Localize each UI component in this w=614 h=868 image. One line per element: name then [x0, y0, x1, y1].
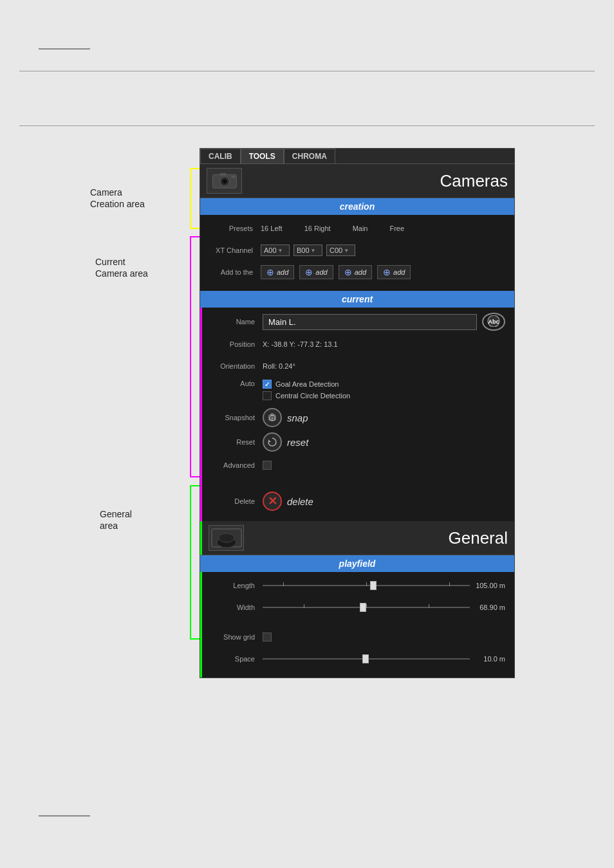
svg-point-3 [223, 180, 226, 183]
current-camera-line2: Camera area [95, 268, 148, 279]
add-button-3[interactable]: ⊕ add [339, 265, 372, 279]
general-thumbnail [209, 525, 244, 551]
tab-tools[interactable]: TOOLS [241, 149, 284, 163]
reset-icon-svg [266, 436, 278, 448]
abc-label: Abc [487, 315, 500, 328]
add-button-4[interactable]: ⊕ add [377, 265, 411, 279]
name-label: Name [211, 318, 263, 326]
svg-point-15 [219, 533, 234, 542]
show-grid-value [263, 633, 505, 642]
dropdown-c00-value: C00 [330, 246, 342, 254]
length-tick-1 [283, 582, 284, 586]
camera-creation-line1: Camera [90, 187, 145, 198]
show-grid-label: Show grid [211, 633, 263, 641]
add-icon-3: ⊕ [344, 268, 352, 277]
add-button-2[interactable]: ⊕ add [299, 265, 333, 279]
dropdown-a00-arrow: ▼ [278, 248, 283, 254]
central-circle-checkbox[interactable] [263, 391, 272, 400]
creation-section-header: creation [200, 198, 514, 215]
length-label: Length [211, 582, 263, 589]
reset-button-container: reset [263, 432, 505, 452]
add-buttons-row: ⊕ add ⊕ add ⊕ add ⊕ add [261, 265, 505, 279]
creation-header-text: creation [340, 201, 375, 212]
auto-label: Auto [211, 380, 263, 387]
length-slider-container [263, 579, 470, 592]
abc-button[interactable]: Abc [482, 313, 505, 331]
xt-channel-label: XT Channel [209, 246, 261, 254]
length-value: 105.00 m [470, 582, 505, 589]
creation-section-content: Presets 16 Left 16 Right Main Free XT Ch… [200, 215, 514, 291]
general-title: General [449, 528, 508, 548]
advanced-row: Advanced [211, 457, 505, 474]
page-container: Camera Creation area Current Camera area… [0, 0, 614, 868]
presets-value: 16 Left 16 Right Main Free [261, 225, 505, 232]
general-annotation: General area [100, 508, 132, 531]
abc-icon: Abc [487, 315, 500, 327]
width-tick-3 [429, 604, 429, 608]
goal-area-checkbox[interactable]: ✓ [263, 380, 272, 389]
current-camera-annotation: Current Camera area [95, 256, 148, 279]
space-label: Space [211, 655, 263, 663]
playfield-section-header: playfield [200, 555, 514, 572]
space-slider-container [263, 652, 470, 665]
width-label: Width [211, 604, 263, 611]
add-button-1[interactable]: ⊕ add [261, 265, 294, 279]
central-circle-label: Central Circle Detection [275, 392, 350, 400]
space-slider-thumb[interactable] [362, 654, 369, 663]
dropdown-b00-arrow: ▼ [311, 248, 316, 254]
tab-chroma[interactable]: CHROMA [284, 149, 335, 163]
xt-channel-dropdowns: A00 ▼ B00 ▼ C00 ▼ [261, 245, 505, 256]
advanced-square[interactable] [263, 461, 272, 470]
playfield-header-text: playfield [339, 559, 376, 569]
snap-button[interactable]: snap [263, 408, 505, 427]
xt-dropdown-a00[interactable]: A00 ▼ [261, 245, 290, 256]
spacer [211, 479, 505, 492]
delete-button-container: ✕ delete [263, 492, 505, 511]
add-buttons-container: ⊕ add ⊕ add ⊕ add ⊕ add [261, 265, 505, 279]
length-slider-thumb[interactable] [370, 581, 377, 590]
width-slider-thumb[interactable] [360, 603, 366, 612]
snap-icon [263, 408, 282, 427]
space-value: 10.0 m [470, 655, 505, 663]
add-to-label: Add to the [209, 268, 261, 276]
xt-dropdowns-container: A00 ▼ B00 ▼ C00 ▼ [261, 245, 505, 256]
add-label-2: add [315, 268, 327, 276]
delete-label: Delete [211, 497, 263, 505]
tab-calib[interactable]: CALIB [200, 149, 241, 163]
xt-dropdown-b00[interactable]: B00 ▼ [293, 245, 322, 256]
tab-bar: CALIB TOOLS CHROMA [200, 149, 514, 164]
show-grid-checkbox[interactable] [263, 633, 272, 642]
camera-creation-annotation: Camera Creation area [90, 187, 145, 210]
snapshot-row: Snapshot snap [211, 408, 505, 427]
goal-area-check: ✓ [265, 381, 270, 388]
orientation-row: Orientation Roll: 0.24° [211, 358, 505, 374]
delete-button[interactable]: ✕ delete [263, 492, 505, 511]
add-icon-1: ⊕ [266, 268, 274, 277]
advanced-label: Advanced [211, 461, 263, 469]
snap-button-container: snap [263, 408, 505, 427]
goal-area-row: ✓ Goal Area Detection [263, 380, 505, 389]
space-slider-track [263, 658, 470, 660]
width-value: 68.90 m [470, 604, 505, 611]
xt-dropdown-c00[interactable]: C00 ▼ [326, 245, 355, 256]
main-panel: CALIB TOOLS CHROMA Cameras creation [200, 148, 515, 678]
add-to-row: Add to the ⊕ add ⊕ add ⊕ add [209, 264, 505, 281]
dropdown-c00-arrow: ▼ [344, 248, 349, 254]
length-row: Length 105.00 m [211, 577, 505, 594]
width-row: Width 68.90 m [211, 599, 505, 616]
camera-thumb-icon [212, 171, 237, 190]
svg-rect-4 [219, 173, 226, 176]
name-row: Name Main L. Abc [211, 313, 505, 331]
svg-marker-12 [268, 439, 271, 442]
dropdown-a00-value: A00 [264, 246, 277, 254]
second-line [19, 125, 595, 126]
current-section-header: current [200, 291, 514, 308]
add-icon-2: ⊕ [305, 268, 313, 277]
add-label-1: add [277, 268, 288, 276]
snap-label: snap [287, 412, 308, 423]
reset-button[interactable]: reset [263, 432, 505, 452]
cameras-title: Cameras [440, 171, 508, 191]
position-label: Position [211, 340, 263, 348]
name-input[interactable]: Main L. [263, 314, 477, 330]
camera-thumbnail [207, 168, 242, 194]
